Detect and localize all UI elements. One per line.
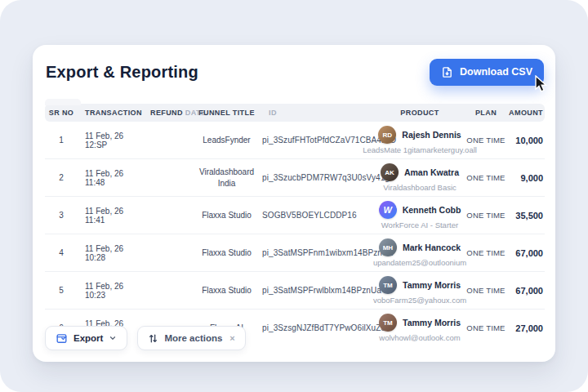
plan-cell: ONE TIME xyxy=(466,136,506,145)
more-actions-label: More actions xyxy=(164,333,222,343)
amount-cell: 67,000 xyxy=(506,248,545,258)
close-icon[interactable]: × xyxy=(229,333,234,343)
column-header-amount[interactable]: AMOUNT xyxy=(506,109,545,117)
product-subtitle: wolvhowl@outlook.com xyxy=(379,333,460,342)
transaction-date-cell: 11 Feb, 26 10:28 xyxy=(78,244,143,262)
transaction-id-cell: pi_3SatMSPFnm1wibxm14BPznUa xyxy=(257,248,374,257)
header-tab xyxy=(45,99,81,105)
product-cell: RD Rajesh Dennis LeadsMate 1gitamarketer… xyxy=(374,122,466,158)
table-header-row: SR NO TRANSACTION REFUND DATE FUNNEL TIT… xyxy=(45,104,545,122)
customer-name: Tammy Morris xyxy=(403,318,461,327)
transaction-id-cell: SOGBV5BOEYLCDDP16 xyxy=(257,211,374,220)
customer-name: Aman Kwatra xyxy=(404,167,459,177)
funnel-title-cell: LeadsFynder xyxy=(196,131,257,149)
table-row[interactable]: 3 11 Feb, 26 11:41 Flaxxa Studio SOGBV5B… xyxy=(45,197,545,234)
export-button[interactable]: Export xyxy=(45,326,127,350)
table-row[interactable]: 2 11 Feb, 26 11:48 Viraldashboard India … xyxy=(45,159,545,197)
plan-cell: ONE TIME xyxy=(466,173,506,182)
product-subtitle: voboFarm25@yahoux.com xyxy=(373,296,466,305)
product-cell: TM Tammy Morris voboFarm25@yahoux.com xyxy=(374,272,466,309)
product-cell: MH Mark Hancock upandatem25@outloonium xyxy=(374,234,466,271)
column-header-refund-date[interactable]: REFUND DATE xyxy=(143,109,196,117)
customer-name: Mark Hancock xyxy=(403,243,461,252)
product-subtitle: upandatem25@outloonium xyxy=(373,258,466,267)
product-subtitle: WorkForce AI - Starter xyxy=(381,220,458,229)
sr-no-cell: 4 xyxy=(45,248,78,257)
amount-cell: 27,000 xyxy=(506,323,545,333)
export-icon xyxy=(56,332,68,345)
column-header-transaction[interactable]: TRANSACTION xyxy=(78,109,143,117)
product-subtitle: Viraldashboard Basic xyxy=(383,183,457,192)
table-row[interactable]: 5 11 Feb, 26 10:23 Flaxxa Studio pi_3Sat… xyxy=(45,272,545,310)
transaction-date-cell: 11 Feb, 26 10:23 xyxy=(78,282,143,300)
export-label: Export xyxy=(74,333,103,343)
page-title: Export & Reporting xyxy=(46,63,198,82)
app-background: Export & Reporting Download CSV SR NO TR… xyxy=(0,0,588,392)
amount-cell: 67,000 xyxy=(506,286,545,296)
download-csv-button[interactable]: Download CSV xyxy=(430,59,544,86)
funnel-title-cell: Flaxxa Studio xyxy=(196,207,257,225)
product-cell: AK Aman Kwatra Viraldashboard Basic xyxy=(374,159,466,196)
product-subtitle: LeadsMate 1gitamarketerguy.oall xyxy=(363,145,477,154)
customer-avatar: MH xyxy=(379,238,397,256)
plan-cell: ONE TIME xyxy=(466,286,506,295)
column-header-product[interactable]: PRODUCT xyxy=(374,109,466,117)
transaction-date-cell: 11 Feb, 26 11:48 xyxy=(78,169,143,187)
card-header: Export & Reporting Download CSV xyxy=(46,45,544,99)
transaction-id-cell: pi_3SzucbPDM7RW7q3U0sVy41gr xyxy=(257,173,374,182)
amount-cell: 9,000 xyxy=(506,173,545,183)
product-cell: TM Tammy Morris wolvhowl@outlook.com xyxy=(374,310,466,346)
export-reporting-card: Export & Reporting Download CSV SR NO TR… xyxy=(33,45,555,362)
footer-actions: Export More actions × xyxy=(45,326,246,350)
funnel-title-cell: Flaxxa Studio xyxy=(196,282,257,300)
transaction-date-cell: 11 Feb, 26 11:41 xyxy=(78,207,143,225)
transaction-id-cell: pi_3SzsgNJZfBdT7YPwO6ilXuZo xyxy=(257,323,374,332)
customer-avatar: W xyxy=(379,201,397,219)
plan-cell: ONE TIME xyxy=(466,323,506,332)
more-actions-button[interactable]: More actions × xyxy=(137,326,245,350)
customer-name: Rajesh Dennis xyxy=(402,130,461,140)
customer-avatar: RD xyxy=(378,126,396,144)
transactions-table: SR NO TRANSACTION REFUND DATE FUNNEL TIT… xyxy=(45,104,545,346)
customer-name: Kenneth Cobb xyxy=(403,205,461,215)
product-cell: W Kenneth Cobb WorkForce AI - Starter xyxy=(374,197,466,234)
sr-no-cell: 3 xyxy=(45,211,78,220)
transaction-id-cell: pi_3SzufFHTotPfdCZaV71CBA4ssO xyxy=(257,136,374,145)
sr-no-cell: 1 xyxy=(45,136,78,145)
table-body: 1 11 Feb, 26 12:SP LeadsFynder pi_3SzufF… xyxy=(45,122,545,346)
sr-no-cell: 5 xyxy=(45,286,78,295)
sr-no-cell: 2 xyxy=(45,173,78,182)
customer-name: Tammy Morris xyxy=(403,280,461,290)
column-header-id[interactable]: ID xyxy=(257,109,374,117)
transaction-date-cell: 11 Feb, 26 12:SP xyxy=(78,131,143,149)
download-csv-label: Download CSV xyxy=(460,66,532,78)
download-file-icon xyxy=(441,66,453,78)
plan-cell: ONE TIME xyxy=(466,248,506,257)
plan-cell: ONE TIME xyxy=(466,211,506,220)
table-row[interactable]: 1 11 Feb, 26 12:SP LeadsFynder pi_3SzufF… xyxy=(45,122,545,159)
customer-avatar: TM xyxy=(379,314,397,332)
up-down-arrows-icon xyxy=(148,333,158,344)
customer-avatar: AK xyxy=(381,163,399,181)
table-row[interactable]: 4 11 Feb, 26 10:28 Flaxxa Studio pi_3Sat… xyxy=(45,234,545,272)
customer-avatar: TM xyxy=(379,276,397,294)
funnel-title-cell: Flaxxa Studio xyxy=(196,244,257,262)
funnel-title-cell: Viraldashboard India xyxy=(196,163,257,192)
transaction-id-cell: pi_3SatMSPFrwlblxm14BPznUa xyxy=(257,286,374,295)
column-header-sr-no[interactable]: SR NO xyxy=(45,109,78,117)
amount-cell: 35,500 xyxy=(506,211,545,220)
column-header-plan[interactable]: PLAN xyxy=(466,109,506,117)
column-header-funnel-title[interactable]: FUNNEL TITLE xyxy=(196,109,257,117)
chevron-down-icon xyxy=(109,334,117,342)
amount-cell: 10,000 xyxy=(506,136,545,145)
